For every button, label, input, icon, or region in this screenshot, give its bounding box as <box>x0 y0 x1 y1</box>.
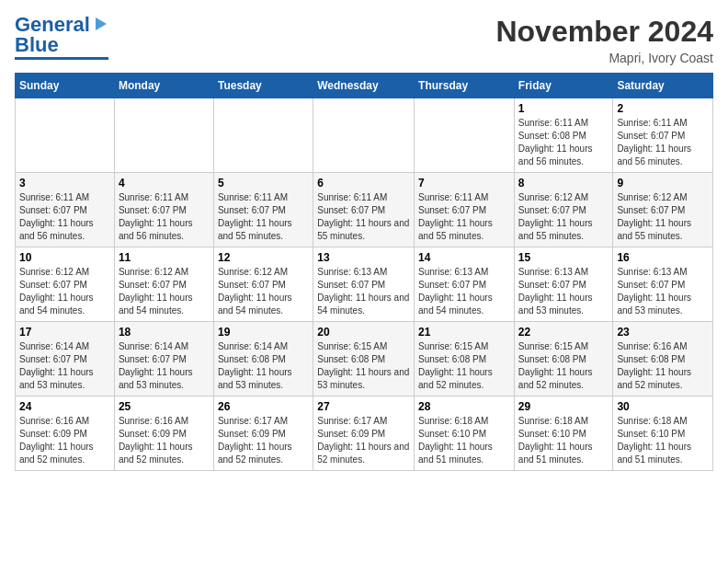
calendar-cell: 21Sunrise: 6:15 AM Sunset: 6:08 PM Dayli… <box>415 322 515 396</box>
day-info: Sunrise: 6:12 AM Sunset: 6:07 PM Dayligh… <box>617 191 709 243</box>
day-number: 20 <box>317 326 410 339</box>
header: General Blue November 2024 Mapri, Ivory … <box>15 15 713 65</box>
calendar-week-3: 10Sunrise: 6:12 AM Sunset: 6:07 PM Dayli… <box>16 247 713 322</box>
calendar-cell: 8Sunrise: 6:12 AM Sunset: 6:07 PM Daylig… <box>514 173 613 247</box>
day-info: Sunrise: 6:15 AM Sunset: 6:08 PM Dayligh… <box>518 340 609 392</box>
calendar-cell: 11Sunrise: 6:12 AM Sunset: 6:07 PM Dayli… <box>114 247 213 322</box>
day-number: 29 <box>518 400 609 413</box>
calendar-cell: 15Sunrise: 6:13 AM Sunset: 6:07 PM Dayli… <box>514 247 613 322</box>
day-number: 5 <box>218 177 309 190</box>
day-number: 12 <box>218 251 309 264</box>
calendar-cell: 25Sunrise: 6:16 AM Sunset: 6:09 PM Dayli… <box>114 396 213 471</box>
day-number: 26 <box>218 400 309 413</box>
calendar-cell: 20Sunrise: 6:15 AM Sunset: 6:08 PM Dayli… <box>313 322 415 396</box>
weekday-header-saturday: Saturday <box>613 74 713 98</box>
location: Mapri, Ivory Coast <box>495 51 713 65</box>
calendar-cell: 7Sunrise: 6:11 AM Sunset: 6:07 PM Daylig… <box>415 173 515 247</box>
day-info: Sunrise: 6:14 AM Sunset: 6:08 PM Dayligh… <box>218 340 309 392</box>
day-number: 15 <box>518 251 609 264</box>
weekday-header-sunday: Sunday <box>16 74 115 98</box>
day-number: 11 <box>119 251 210 264</box>
logo: General Blue <box>15 15 108 60</box>
day-info: Sunrise: 6:17 AM Sunset: 6:09 PM Dayligh… <box>317 415 410 466</box>
day-number: 1 <box>518 102 609 115</box>
calendar-week-1: 1Sunrise: 6:11 AM Sunset: 6:08 PM Daylig… <box>16 98 713 173</box>
calendar-cell: 29Sunrise: 6:18 AM Sunset: 6:10 PM Dayli… <box>514 396 613 471</box>
day-number: 28 <box>418 400 510 413</box>
day-number: 14 <box>418 251 510 264</box>
day-number: 10 <box>19 251 110 264</box>
weekday-header-monday: Monday <box>114 74 213 98</box>
day-number: 18 <box>119 326 210 339</box>
calendar-cell: 10Sunrise: 6:12 AM Sunset: 6:07 PM Dayli… <box>16 247 115 322</box>
day-info: Sunrise: 6:13 AM Sunset: 6:07 PM Dayligh… <box>617 266 709 317</box>
calendar-cell: 9Sunrise: 6:12 AM Sunset: 6:07 PM Daylig… <box>613 173 713 247</box>
day-info: Sunrise: 6:12 AM Sunset: 6:07 PM Dayligh… <box>518 191 609 243</box>
calendar-cell: 4Sunrise: 6:11 AM Sunset: 6:07 PM Daylig… <box>114 173 213 247</box>
day-info: Sunrise: 6:15 AM Sunset: 6:08 PM Dayligh… <box>418 340 510 392</box>
day-info: Sunrise: 6:16 AM Sunset: 6:09 PM Dayligh… <box>119 415 210 466</box>
calendar-cell: 6Sunrise: 6:11 AM Sunset: 6:07 PM Daylig… <box>313 173 415 247</box>
day-info: Sunrise: 6:11 AM Sunset: 6:07 PM Dayligh… <box>617 117 709 168</box>
day-number: 24 <box>19 400 110 413</box>
day-info: Sunrise: 6:14 AM Sunset: 6:07 PM Dayligh… <box>119 340 210 392</box>
calendar-cell: 3Sunrise: 6:11 AM Sunset: 6:07 PM Daylig… <box>16 173 115 247</box>
day-info: Sunrise: 6:12 AM Sunset: 6:07 PM Dayligh… <box>19 266 110 317</box>
calendar-cell <box>16 98 115 173</box>
day-info: Sunrise: 6:13 AM Sunset: 6:07 PM Dayligh… <box>418 266 510 317</box>
day-number: 17 <box>19 326 110 339</box>
day-number: 30 <box>617 400 709 413</box>
calendar-cell: 2Sunrise: 6:11 AM Sunset: 6:07 PM Daylig… <box>613 98 713 173</box>
day-info: Sunrise: 6:11 AM Sunset: 6:07 PM Dayligh… <box>218 191 309 243</box>
weekday-header-friday: Friday <box>514 74 613 98</box>
calendar-cell <box>213 98 313 173</box>
day-number: 13 <box>317 251 410 264</box>
calendar-cell: 5Sunrise: 6:11 AM Sunset: 6:07 PM Daylig… <box>213 173 313 247</box>
day-number: 27 <box>317 400 410 413</box>
day-number: 3 <box>19 177 110 190</box>
weekday-header-tuesday: Tuesday <box>213 74 313 98</box>
calendar-cell: 28Sunrise: 6:18 AM Sunset: 6:10 PM Dayli… <box>415 396 515 471</box>
day-info: Sunrise: 6:16 AM Sunset: 6:09 PM Dayligh… <box>19 415 110 466</box>
day-number: 9 <box>617 177 709 190</box>
day-info: Sunrise: 6:18 AM Sunset: 6:10 PM Dayligh… <box>518 415 609 466</box>
logo-underline <box>15 57 108 60</box>
day-info: Sunrise: 6:12 AM Sunset: 6:07 PM Dayligh… <box>218 266 309 317</box>
month-title: November 2024 <box>495 15 713 49</box>
calendar-cell: 12Sunrise: 6:12 AM Sunset: 6:07 PM Dayli… <box>213 247 313 322</box>
day-number: 8 <box>518 177 609 190</box>
weekday-header-row: SundayMondayTuesdayWednesdayThursdayFrid… <box>16 74 713 98</box>
logo-text: General <box>15 15 90 35</box>
calendar-cell <box>114 98 213 173</box>
day-number: 21 <box>418 326 510 339</box>
calendar-cell: 23Sunrise: 6:16 AM Sunset: 6:08 PM Dayli… <box>613 322 713 396</box>
calendar-cell: 16Sunrise: 6:13 AM Sunset: 6:07 PM Dayli… <box>613 247 713 322</box>
calendar-cell: 13Sunrise: 6:13 AM Sunset: 6:07 PM Dayli… <box>313 247 415 322</box>
logo-text2: Blue <box>15 35 59 55</box>
title-section: November 2024 Mapri, Ivory Coast <box>495 15 713 65</box>
day-info: Sunrise: 6:11 AM Sunset: 6:07 PM Dayligh… <box>19 191 110 243</box>
calendar-cell: 14Sunrise: 6:13 AM Sunset: 6:07 PM Dayli… <box>415 247 515 322</box>
svg-marker-0 <box>96 17 107 30</box>
calendar-cell: 17Sunrise: 6:14 AM Sunset: 6:07 PM Dayli… <box>16 322 115 396</box>
day-info: Sunrise: 6:16 AM Sunset: 6:08 PM Dayligh… <box>617 340 709 392</box>
calendar-cell: 30Sunrise: 6:18 AM Sunset: 6:10 PM Dayli… <box>613 396 713 471</box>
calendar-table: SundayMondayTuesdayWednesdayThursdayFrid… <box>15 73 713 471</box>
calendar-cell: 19Sunrise: 6:14 AM Sunset: 6:08 PM Dayli… <box>213 322 313 396</box>
day-info: Sunrise: 6:13 AM Sunset: 6:07 PM Dayligh… <box>518 266 609 317</box>
day-info: Sunrise: 6:17 AM Sunset: 6:09 PM Dayligh… <box>218 415 309 466</box>
weekday-header-wednesday: Wednesday <box>313 74 415 98</box>
day-info: Sunrise: 6:15 AM Sunset: 6:08 PM Dayligh… <box>317 340 410 392</box>
day-number: 4 <box>119 177 210 190</box>
day-number: 19 <box>218 326 309 339</box>
calendar-cell: 27Sunrise: 6:17 AM Sunset: 6:09 PM Dayli… <box>313 396 415 471</box>
day-info: Sunrise: 6:18 AM Sunset: 6:10 PM Dayligh… <box>617 415 709 466</box>
day-info: Sunrise: 6:12 AM Sunset: 6:07 PM Dayligh… <box>119 266 210 317</box>
day-number: 6 <box>317 177 410 190</box>
calendar-cell <box>415 98 515 173</box>
day-info: Sunrise: 6:11 AM Sunset: 6:07 PM Dayligh… <box>317 191 410 243</box>
calendar-cell: 1Sunrise: 6:11 AM Sunset: 6:08 PM Daylig… <box>514 98 613 173</box>
calendar-cell: 22Sunrise: 6:15 AM Sunset: 6:08 PM Dayli… <box>514 322 613 396</box>
calendar-week-5: 24Sunrise: 6:16 AM Sunset: 6:09 PM Dayli… <box>16 396 713 471</box>
calendar-cell: 26Sunrise: 6:17 AM Sunset: 6:09 PM Dayli… <box>213 396 313 471</box>
